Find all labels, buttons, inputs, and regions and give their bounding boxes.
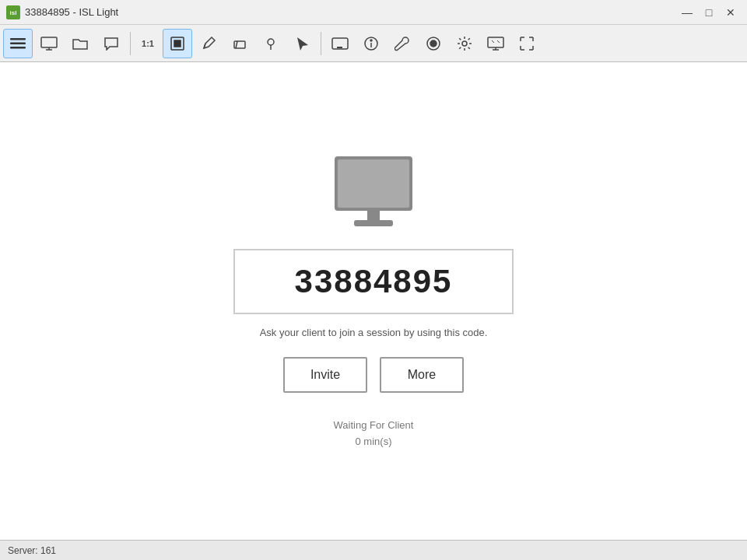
ratio-button[interactable]: 1:1 — [135, 29, 161, 58]
svg-rect-39 — [367, 211, 380, 220]
window-title: 33884895 - ISL Light — [25, 6, 677, 18]
svg-point-31 — [462, 41, 467, 46]
ratio-label: 1:1 — [142, 39, 154, 48]
svg-line-36 — [497, 40, 500, 43]
title-bar: isl 33884895 - ISL Light — □ ✕ — [0, 0, 747, 25]
more-button[interactable]: More — [380, 357, 464, 393]
separator-2 — [321, 32, 321, 55]
cursor-button[interactable] — [287, 29, 317, 58]
svg-rect-32 — [488, 37, 503, 47]
svg-point-30 — [430, 40, 437, 47]
description-text: Ask your client to join a session by usi… — [260, 327, 488, 338]
app-icon: isl — [6, 5, 20, 19]
svg-rect-2 — [10, 38, 26, 40]
invite-button[interactable]: Invite — [283, 357, 367, 393]
minimize-button[interactable]: — — [677, 4, 697, 21]
erase-button[interactable] — [225, 29, 254, 58]
close-button[interactable]: ✕ — [721, 4, 741, 21]
svg-rect-40 — [354, 220, 393, 226]
status-text: Waiting For Client 0 min(s) — [334, 418, 414, 450]
svg-point-28 — [370, 40, 372, 41]
maximize-button[interactable]: □ — [699, 4, 719, 21]
status-bar: Server: 161 — [0, 540, 747, 560]
svg-line-35 — [492, 40, 494, 43]
folder-button[interactable] — [65, 29, 95, 58]
window-controls: — □ ✕ — [677, 4, 741, 21]
svg-line-12 — [236, 41, 237, 48]
screen-button[interactable] — [34, 29, 64, 58]
svg-text:isl: isl — [10, 9, 17, 16]
fullscreen-button[interactable] — [512, 29, 542, 58]
server-status: Server: 161 — [8, 545, 56, 556]
chat-button[interactable] — [96, 29, 126, 58]
svg-rect-4 — [10, 47, 26, 49]
pointer-button[interactable] — [256, 29, 286, 58]
draw-button[interactable] — [194, 29, 223, 58]
capture-button[interactable] — [163, 29, 192, 58]
tools-button[interactable] — [388, 29, 417, 58]
buttons-row: Invite More Copy URL Copy Session Code O… — [283, 357, 464, 393]
toolbar: 1:1 — [0, 25, 747, 62]
session-code: 33884895 — [295, 263, 453, 299]
svg-rect-3 — [10, 42, 26, 44]
main-content: 33884895 Ask your client to join a sessi… — [0, 62, 747, 540]
keyboard-button[interactable] — [325, 29, 355, 58]
info-button[interactable] — [356, 29, 386, 58]
record-button[interactable] — [419, 29, 448, 58]
session-code-box: 33884895 — [233, 249, 514, 314]
time-status: 0 min(s) — [334, 434, 414, 450]
svg-rect-9 — [174, 40, 181, 47]
svg-point-13 — [268, 39, 274, 45]
svg-rect-38 — [338, 159, 409, 208]
separator-1 — [130, 32, 131, 55]
menu-button[interactable] — [3, 29, 33, 58]
waiting-status: Waiting For Client — [334, 418, 414, 434]
settings-button[interactable] — [450, 29, 479, 58]
remote-button[interactable] — [481, 29, 510, 58]
monitor-icon — [327, 152, 420, 233]
svg-rect-5 — [41, 37, 57, 47]
